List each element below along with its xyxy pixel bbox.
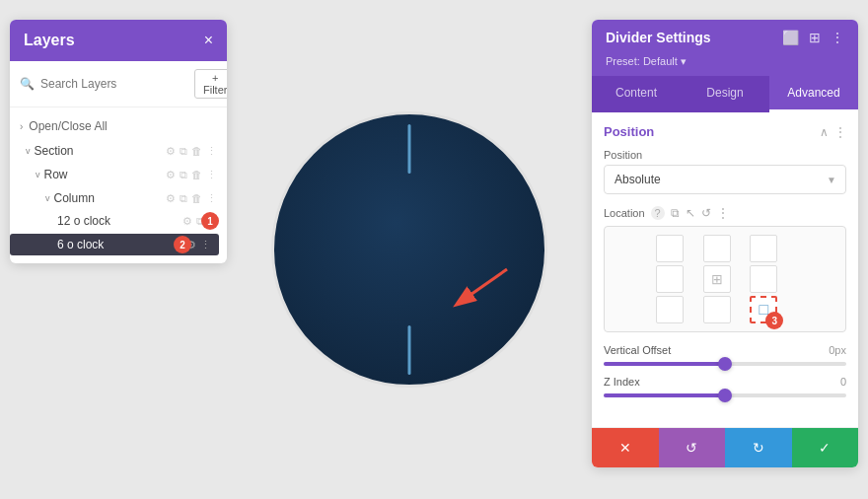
chevron-right-icon: › — [20, 121, 23, 132]
section-item[interactable]: v Section ⚙ ⧉ 🗑 ⋮ — [10, 139, 227, 163]
column-item[interactable]: v Column ⚙ ⧉ 🗑 ⋮ — [10, 186, 227, 210]
main-container: Layers × 🔍 + Filter › Open/Close All v S… — [0, 0, 868, 499]
save-button[interactable]: ✓ — [792, 428, 859, 467]
z-index-value: 0 — [840, 376, 846, 388]
position-section-header: Position ∧ ⋮ — [604, 124, 846, 139]
vertical-offset-slider-track[interactable] — [604, 362, 846, 366]
12-oclock-item[interactable]: 12 o clock ⚙ ⧉ 🗑 1 — [10, 210, 227, 232]
column-more-icon[interactable]: ⋮ — [206, 192, 217, 205]
badge-3: 3 — [765, 312, 783, 329]
settings-more-icon[interactable]: ⋮ — [831, 30, 844, 45]
location-grid-wrapper: 3 — [604, 226, 846, 332]
grid-cell-ml[interactable] — [656, 265, 684, 293]
open-close-all[interactable]: › Open/Close All — [10, 113, 227, 139]
vertical-offset-slider-thumb[interactable] — [718, 357, 732, 371]
location-question-icon[interactable]: ? — [651, 206, 665, 220]
position-select-wrapper: Absolute Relative Fixed ▼ — [604, 165, 846, 194]
grid-cell-br[interactable]: 3 — [750, 296, 777, 323]
column-copy-icon[interactable]: ⧉ — [180, 192, 187, 205]
location-more-icon[interactable]: ⋮ — [717, 206, 729, 220]
vertical-offset-value: 0px — [829, 344, 846, 356]
grid-cell-bl[interactable] — [656, 296, 684, 323]
grid-cell-mr[interactable] — [750, 265, 777, 293]
badge-2: 2 — [174, 236, 191, 253]
location-cursor-icon[interactable]: ↖ — [686, 206, 695, 220]
section-gear-icon[interactable]: ⚙ — [166, 145, 176, 158]
vertical-offset-section: Vertical Offset 0px — [604, 344, 846, 366]
12-oclock-gear-icon[interactable]: ⚙ — [182, 215, 192, 228]
grid-cell-tc[interactable] — [703, 235, 731, 262]
12-oclock-label: 12 o clock — [57, 214, 179, 228]
section-more-icon[interactable]: ⋮ — [206, 145, 217, 158]
settings-title: Divider Settings — [606, 30, 711, 45]
badge-1: 1 — [201, 212, 219, 230]
tab-advanced[interactable]: Advanced — [769, 76, 858, 112]
tab-content[interactable]: Content — [592, 76, 681, 112]
location-label: Location — [604, 207, 645, 219]
z-index-label-row: Z Index 0 — [604, 376, 846, 388]
section-chevron-icon: v — [26, 146, 31, 156]
z-index-slider-fill — [604, 393, 725, 397]
grid-cell-mc[interactable] — [703, 265, 731, 293]
position-chevron-up-icon[interactable]: ∧ — [820, 125, 829, 139]
position-select[interactable]: Absolute Relative Fixed — [604, 165, 846, 194]
tab-content-label: Content — [615, 86, 657, 100]
settings-preset[interactable]: Preset: Default ▾ — [592, 55, 858, 76]
column-action-icons: ⚙ ⧉ 🗑 ⋮ — [166, 192, 217, 205]
row-gear-icon[interactable]: ⚙ — [166, 169, 176, 181]
row-trash-icon[interactable]: 🗑 — [191, 169, 202, 180]
grid-cell-tl[interactable] — [656, 235, 684, 262]
svg-line-1 — [458, 269, 507, 304]
location-label-row: Location ? ⧉ ↖ ↺ ⋮ — [604, 206, 846, 220]
layers-close-button[interactable]: × — [204, 32, 213, 49]
column-chevron-icon: v — [45, 193, 50, 203]
divider-line-top — [408, 124, 411, 174]
layers-panel: Layers × 🔍 + Filter › Open/Close All v S… — [10, 20, 227, 263]
row-copy-icon[interactable]: ⧉ — [180, 169, 187, 181]
settings-tabs: Content Design Advanced — [592, 76, 858, 112]
grid-cell-bc[interactable] — [703, 296, 731, 323]
grid-cell-tr[interactable] — [750, 235, 777, 262]
divider-line-bottom — [408, 325, 411, 375]
row-more-icon[interactable]: ⋮ — [206, 169, 217, 181]
tab-advanced-label: Advanced — [787, 86, 839, 100]
open-close-label: Open/Close All — [29, 119, 107, 133]
6-oclock-item[interactable]: 6 o clock ⚙ ⋮ 2 — [10, 234, 219, 255]
column-label: Column — [54, 191, 163, 205]
settings-desktop-icon[interactable]: ⬜ — [782, 30, 799, 45]
z-index-slider-thumb[interactable] — [718, 389, 732, 402]
location-icons-row: ⧉ ↖ ↺ ⋮ — [671, 206, 729, 220]
redo-button[interactable]: ↻ — [725, 428, 792, 467]
cancel-button[interactable]: ✕ — [592, 428, 659, 467]
position-field-label: Position — [604, 149, 846, 161]
search-input[interactable] — [40, 77, 188, 91]
tab-design[interactable]: Design — [681, 76, 769, 112]
column-trash-icon[interactable]: 🗑 — [191, 192, 202, 204]
z-index-section: Z Index 0 — [604, 376, 846, 397]
vertical-offset-label-row: Vertical Offset 0px — [604, 344, 846, 356]
layers-title: Layers — [24, 32, 75, 49]
z-index-slider-track[interactable] — [604, 393, 846, 397]
position-section-title: Position — [604, 124, 654, 139]
settings-layout-icon[interactable]: ⊞ — [809, 30, 821, 45]
search-icon: 🔍 — [20, 77, 35, 91]
filter-button[interactable]: + Filter — [194, 69, 227, 99]
position-more-icon[interactable]: ⋮ — [834, 125, 846, 139]
settings-footer: ✕ ↺ ↻ ✓ — [592, 427, 858, 467]
column-gear-icon[interactable]: ⚙ — [166, 192, 176, 205]
layers-header: Layers × — [10, 20, 227, 61]
location-copy-icon[interactable]: ⧉ — [671, 206, 680, 220]
6-oclock-label: 6 o clock — [57, 238, 182, 251]
section-trash-icon[interactable]: 🗑 — [191, 145, 202, 157]
location-reset-icon[interactable]: ↺ — [701, 206, 711, 220]
settings-header-icons: ⬜ ⊞ ⋮ — [782, 30, 844, 45]
settings-body: Position ∧ ⋮ Position Absolute Relative … — [592, 112, 858, 419]
vertical-offset-label: Vertical Offset — [604, 344, 671, 356]
6-oclock-more-icon[interactable]: ⋮ — [200, 239, 211, 251]
vertical-offset-slider-fill — [604, 362, 725, 366]
section-copy-icon[interactable]: ⧉ — [180, 145, 187, 158]
preset-label: Preset: Default ▾ — [606, 55, 687, 67]
reset-button[interactable]: ↺ — [659, 428, 726, 467]
row-item[interactable]: v Row ⚙ ⧉ 🗑 ⋮ — [10, 163, 227, 186]
row-chevron-icon: v — [36, 170, 40, 179]
